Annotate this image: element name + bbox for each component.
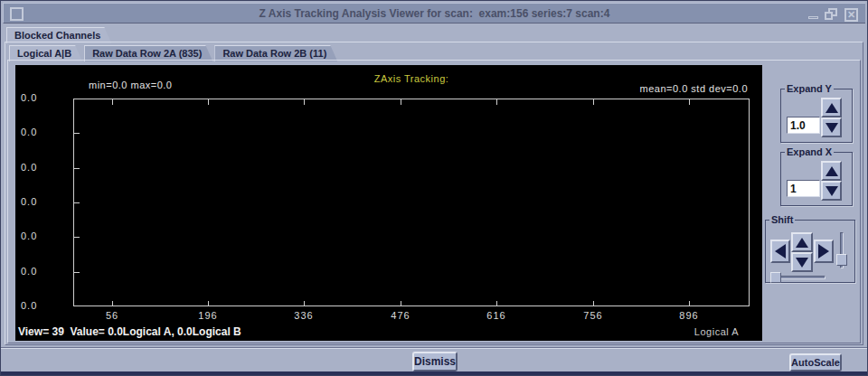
y-axis-label: 0.0	[21, 196, 46, 207]
x-axis-tick	[689, 99, 690, 105]
minimize-icon	[808, 16, 818, 19]
expand-y-spinner-down[interactable]	[821, 118, 842, 137]
plot-mean-std-text: mean=0.0 std dev=0.0	[640, 83, 748, 94]
y-axis-label: 0.0	[21, 300, 46, 311]
x-axis-label: 756	[571, 310, 616, 321]
left-arrow-icon	[775, 244, 786, 258]
x-axis-tick	[689, 301, 690, 306]
series-label: Logical A	[694, 326, 739, 337]
expand-x-field[interactable]	[787, 180, 820, 197]
y-axis-tick	[74, 237, 80, 238]
minimize-button[interactable]	[808, 8, 818, 20]
x-axis-label: 616	[474, 310, 519, 321]
x-axis-tick	[593, 99, 594, 105]
axes-box	[73, 99, 750, 306]
up-arrow-icon	[826, 166, 838, 176]
shift-group: Shift	[765, 214, 855, 283]
x-axis-tick	[304, 301, 305, 306]
inner-tab-bar: Logical A|BRaw Data Row 2A (835)Raw Data…	[9, 44, 339, 60]
shift-horizontal-slider-thumb[interactable]	[770, 272, 781, 283]
x-axis-label: 196	[185, 310, 231, 321]
up-arrow-icon	[796, 238, 808, 248]
close-button[interactable]: ✕	[844, 8, 858, 22]
outer-tab-bar: Blocked Channels	[6, 26, 113, 42]
y-axis-label: 0.0	[21, 92, 46, 103]
x-axis-tick	[304, 99, 305, 105]
shift-left-button[interactable]	[770, 240, 790, 263]
x-axis-tick	[112, 301, 113, 306]
x-axis-tick	[496, 301, 497, 306]
x-axis-label: 896	[666, 310, 712, 321]
expand-x-group: Expand X	[780, 146, 853, 206]
expand-y-spinner-up[interactable]	[821, 98, 842, 118]
x-axis-tick	[208, 301, 209, 306]
shift-label: Shift	[769, 214, 795, 225]
window-title: Z Axis Tracking Analysis Viewer for scan…	[4, 7, 865, 20]
expand-x-spinner-down[interactable]	[821, 181, 842, 201]
x-axis-tick	[496, 99, 497, 105]
y-axis-label: 0.0	[21, 127, 46, 137]
expand-y-label: Expand Y	[785, 83, 834, 94]
down-arrow-icon	[826, 186, 838, 196]
shift-right-button[interactable]	[814, 240, 834, 263]
x-axis-tick	[208, 99, 209, 105]
expand-x-label: Expand X	[785, 146, 834, 157]
x-axis-label: 336	[281, 310, 326, 321]
autoscale-button[interactable]: AutoScale	[789, 353, 842, 371]
y-axis-label: 0.0	[21, 162, 46, 173]
x-axis-tick	[401, 99, 401, 105]
expand-y-group: Expand Y	[780, 83, 853, 143]
plot-area[interactable]: min=0.0 max=0.0 ZAxis Tracking: mean=0.0…	[15, 65, 762, 341]
shift-down-button[interactable]	[791, 252, 813, 272]
shift-up-button[interactable]	[791, 232, 813, 252]
up-arrow-icon	[826, 103, 838, 113]
expand-x-spinner-up[interactable]	[821, 161, 842, 181]
title-bar[interactable]: Z Axis Tracking Analysis Viewer for scan…	[3, 3, 865, 24]
x-axis-label: 476	[378, 310, 423, 321]
plot-status-text: View= 39 Value= 0.0Logical A, 0.0Logical…	[18, 325, 241, 338]
y-axis-tick	[74, 202, 80, 203]
dismiss-button[interactable]: Dismiss	[412, 352, 458, 371]
maximize-button[interactable]	[825, 8, 837, 21]
y-axis-tick	[74, 168, 80, 169]
restore-icon	[825, 12, 833, 20]
expand-y-field[interactable]	[787, 117, 820, 134]
y-axis-tick	[74, 272, 80, 273]
right-arrow-icon	[818, 244, 829, 258]
y-axis-label: 0.0	[21, 230, 46, 241]
shift-vertical-slider-thumb[interactable]	[836, 254, 847, 266]
x-axis-tick	[401, 301, 401, 306]
y-axis-tick	[74, 133, 80, 134]
x-axis-tick	[593, 301, 594, 306]
logical-ab-panel: min=0.0 max=0.0 ZAxis Tracking: mean=0.0…	[7, 60, 861, 343]
bottom-separator	[1, 347, 867, 349]
blocked-channels-panel: Logical A|BRaw Data Row 2A (835)Raw Data…	[5, 42, 863, 345]
x-axis-label: 56	[90, 310, 135, 321]
window-bottom-edge	[1, 371, 867, 375]
down-arrow-icon	[826, 123, 838, 133]
y-axis-label: 0.0	[21, 266, 46, 277]
down-arrow-icon	[796, 258, 808, 268]
x-axis-tick	[112, 99, 113, 105]
app-window: Z Axis Tracking Analysis Viewer for scan…	[0, 0, 868, 376]
